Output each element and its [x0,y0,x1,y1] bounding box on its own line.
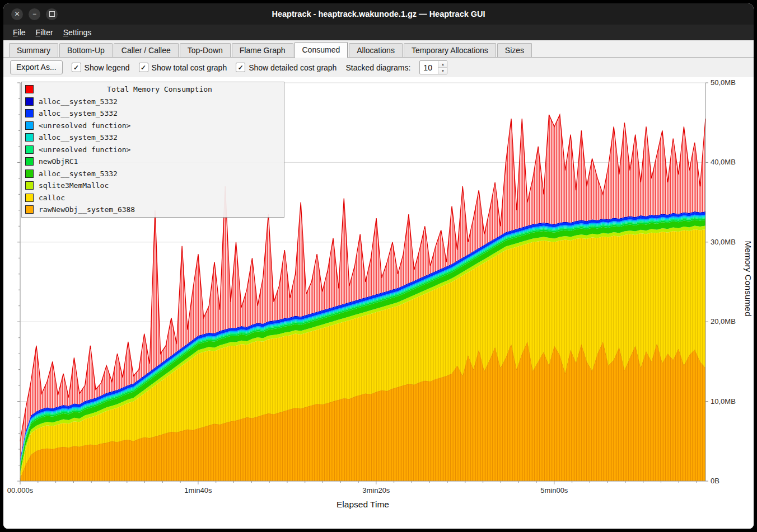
legend-item: alloc__system_5332 [22,168,284,180]
titlebar: ✕ − Heaptrack - heaptrack.wakunode.1.gz … [3,3,754,25]
legend-label: alloc__system_5332 [39,133,118,142]
legend-item: alloc__system_5332 [22,107,284,120]
legend-swatch-icon [25,157,34,166]
legend-swatch-icon [25,121,34,130]
legend-swatch-icon [25,205,34,214]
tab-flame-graph[interactable]: Flame Graph [232,43,293,57]
legend-item: sqlite3MemMalloc [22,180,284,192]
window-controls: ✕ − [3,8,58,20]
checkbox-icon: ✓ [72,63,81,72]
svg-text:1min40s: 1min40s [184,486,212,495]
tab-consumed[interactable]: Consumed [295,42,348,58]
tab-allocations[interactable]: Allocations [349,43,403,57]
tab-top-down[interactable]: Top-Down [180,43,231,57]
export-as-button[interactable]: Export As... [10,60,63,74]
legend-swatch-icon [25,97,34,106]
legend-item: calloc [22,192,284,204]
checkbox-label: Show total cost graph [152,63,227,72]
svg-text:5min00s: 5min00s [540,486,568,495]
legend-swatch-icon [25,170,34,178]
svg-text:Elapsed Time: Elapsed Time [337,500,389,509]
menu-settings[interactable]: Settings [58,26,97,39]
svg-text:00.000s: 00.000s [7,486,34,495]
legend-label: alloc__system_5332 [39,109,118,117]
stacked-diagrams-label: Stacked diagrams: [345,63,410,72]
checkbox-group: ✓Show legend✓Show total cost graph✓Show … [72,63,337,72]
tabbar: SummaryBottom-UpCaller / CalleeTop-DownF… [3,40,754,58]
legend-item: newObjRC1 [22,156,284,168]
legend-label: <unresolved function> [39,121,130,130]
svg-text:50,0MB: 50,0MB [711,78,736,87]
legend-label: newObjRC1 [39,157,78,166]
legend-label: sqlite3MemMalloc [39,181,109,190]
spinbox-arrows: ▲ ▼ [438,61,447,74]
legend-swatch-icon [25,194,34,202]
tab-caller-callee[interactable]: Caller / Callee [114,43,179,57]
memory-chart[interactable]: 00.000s1min40s3min20s5min00s0B10,0MB20,0… [3,77,754,529]
legend-label: rawNewObj__system_6388 [39,205,135,214]
checkbox-show-legend[interactable]: ✓Show legend [72,63,130,72]
legend-item: alloc__system_5332 [22,131,284,144]
menubar: FileFilterSettings [3,25,754,40]
tab-sizes[interactable]: Sizes [497,43,532,57]
spinbox-value: 10 [420,61,438,74]
tab-temporary-allocations[interactable]: Temporary Allocations [404,43,496,57]
legend-title: Total Memory Consumption [39,85,281,93]
legend-item: <unresolved function> [22,120,284,132]
close-icon[interactable]: ✕ [11,8,23,20]
heaptrack-window: ✕ − Heaptrack - heaptrack.wakunode.1.gz … [3,3,754,529]
legend-item: rawNewObj__system_6388 [22,204,284,216]
checkbox-icon: ✓ [139,63,148,72]
window-title: Heaptrack - heaptrack.wakunode.1.gz — He… [3,10,754,18]
legend-label: <unresolved function> [39,145,130,154]
svg-text:Memory Consumed: Memory Consumed [744,241,753,316]
checkbox-label: Show detailed cost graph [249,63,337,72]
tab-bottom-up[interactable]: Bottom-Up [59,43,113,57]
legend-swatch-icon [25,109,34,117]
legend-label: alloc__system_5332 [39,97,118,106]
legend-swatch-icon [25,145,34,154]
svg-text:40,0MB: 40,0MB [711,158,736,166]
menu-file[interactable]: File [8,26,31,39]
legend-label: calloc [39,194,65,202]
svg-text:10,0MB: 10,0MB [711,397,736,406]
svg-text:3min20s: 3min20s [362,486,390,495]
checkbox-label: Show legend [85,63,130,72]
legend-swatch-icon [25,181,34,190]
spin-up-icon[interactable]: ▲ [438,61,447,68]
checkbox-icon: ✓ [236,63,245,72]
maximize-square [49,11,55,17]
menu-filter[interactable]: Filter [31,26,58,39]
maximize-icon[interactable] [46,8,58,20]
stacked-diagrams-spinbox[interactable]: 10 ▲ ▼ [419,60,447,74]
legend-swatch-icon [25,133,34,142]
checkbox-show-total-cost-graph[interactable]: ✓Show total cost graph [139,63,227,72]
spin-down-icon[interactable]: ▼ [438,68,447,74]
legend-swatch-icon [25,85,34,93]
svg-text:0B: 0B [711,477,719,485]
svg-text:30,0MB: 30,0MB [711,238,736,246]
minimize-icon[interactable]: − [29,8,40,20]
chart-legend: Total Memory Consumptionalloc__system_53… [21,82,284,218]
legend-item: alloc__system_5332 [22,96,284,108]
legend-label: alloc__system_5332 [39,170,118,178]
checkbox-show-detailed-cost-graph[interactable]: ✓Show detailed cost graph [236,63,337,72]
svg-text:20,0MB: 20,0MB [711,317,736,326]
toolbar: Export As... ✓Show legend✓Show total cos… [3,58,754,77]
tab-summary[interactable]: Summary [9,43,58,57]
legend-item: <unresolved function> [22,144,284,156]
legend-title-row: Total Memory Consumption [22,83,284,96]
